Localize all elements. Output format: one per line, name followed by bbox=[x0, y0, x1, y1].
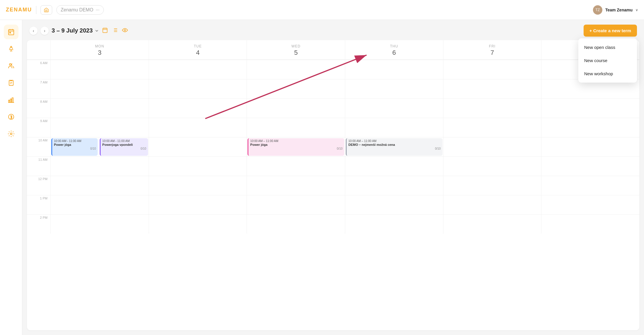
wed-slot-7am[interactable] bbox=[247, 79, 345, 98]
mon-slot-12pm[interactable] bbox=[51, 176, 149, 195]
fri-slot-9am[interactable] bbox=[443, 118, 541, 137]
day-col-fri[interactable] bbox=[443, 60, 541, 234]
sat-slot-8am[interactable] bbox=[541, 98, 639, 118]
tue-slot-6am[interactable] bbox=[149, 60, 247, 79]
list-view-icon[interactable] bbox=[112, 27, 118, 34]
sidebar-item-billing[interactable] bbox=[4, 110, 18, 124]
next-week-button[interactable]: › bbox=[40, 27, 49, 35]
sidebar-item-settings[interactable] bbox=[4, 127, 18, 141]
thu-slot-7am[interactable] bbox=[345, 79, 443, 98]
sat-slot-9am[interactable] bbox=[541, 118, 639, 137]
thu-slot-2pm[interactable] bbox=[345, 214, 443, 234]
event-title: Power jóga bbox=[250, 143, 343, 146]
thu-slot-12pm[interactable] bbox=[345, 176, 443, 195]
wed-slot-11am[interactable] bbox=[247, 156, 345, 176]
wed-slot-8am[interactable] bbox=[247, 98, 345, 118]
day-name-tue: TUE bbox=[150, 44, 246, 48]
thu-slot-8am[interactable] bbox=[345, 98, 443, 118]
tue-slot-7am[interactable] bbox=[149, 79, 247, 98]
fri-slot-10am[interactable] bbox=[443, 137, 541, 156]
mon-slot-2pm[interactable] bbox=[51, 214, 149, 234]
tue-slot-10am[interactable] bbox=[149, 137, 247, 156]
new-open-class-item[interactable]: New open class bbox=[578, 41, 637, 54]
fri-slot-7am[interactable] bbox=[443, 79, 541, 98]
home-button[interactable] bbox=[40, 5, 52, 15]
event-power-joga-mon1[interactable]: 10:00 AM - 11:00 AM Power jóga 0/10 bbox=[51, 138, 98, 156]
wellness-icon bbox=[8, 45, 15, 52]
fri-slot-8am[interactable] bbox=[443, 98, 541, 118]
tue-slot-12pm[interactable] bbox=[149, 176, 247, 195]
mon-slot-7am[interactable] bbox=[51, 79, 149, 98]
time-9am: 9 AM bbox=[27, 118, 50, 137]
date-range-button[interactable]: 3 – 9 July 2023 bbox=[52, 27, 99, 34]
fri-slot-2pm[interactable] bbox=[443, 214, 541, 234]
sat-slot-12pm[interactable] bbox=[541, 176, 639, 195]
sidebar-item-people[interactable] bbox=[4, 59, 18, 73]
svg-point-15 bbox=[10, 133, 12, 135]
sat-slot-10am[interactable] bbox=[541, 137, 639, 156]
sidebar-item-clipboard[interactable] bbox=[4, 76, 18, 90]
fri-slot-11am[interactable] bbox=[443, 156, 541, 176]
tue-slot-9am[interactable] bbox=[149, 118, 247, 137]
mon-slot-9am[interactable] bbox=[51, 118, 149, 137]
workspace-button[interactable]: Zenamu DEMO ··· bbox=[56, 5, 104, 15]
view-icons bbox=[102, 27, 128, 34]
sidebar-item-chart[interactable] bbox=[4, 93, 18, 107]
tue-slot-8am[interactable] bbox=[149, 98, 247, 118]
day-number-mon: 3 bbox=[52, 49, 148, 57]
event-time: 10:00 AM – 11:00 AM bbox=[250, 139, 343, 143]
day-col-sat[interactable] bbox=[541, 60, 639, 234]
svg-point-26 bbox=[124, 29, 126, 31]
tue-slot-2pm[interactable] bbox=[149, 214, 247, 234]
tue-slot-11am[interactable] bbox=[149, 156, 247, 176]
time-6am: 6 AM bbox=[27, 60, 50, 79]
create-term-button[interactable]: + Create a new term bbox=[584, 25, 637, 37]
wed-slot-1pm[interactable] bbox=[247, 195, 345, 214]
clipboard-icon bbox=[8, 79, 15, 86]
new-course-item[interactable]: New course bbox=[578, 54, 637, 67]
mon-slot-8am[interactable] bbox=[51, 98, 149, 118]
wed-slot-2pm[interactable] bbox=[247, 214, 345, 234]
sat-slot-1pm[interactable] bbox=[541, 195, 639, 214]
wed-slot-9am[interactable] bbox=[247, 118, 345, 137]
event-time: 10:00 AM – 11:00 AM bbox=[348, 139, 441, 143]
wed-slot-6am[interactable] bbox=[247, 60, 345, 79]
calendar-toolbar: ‹ › 3 – 9 July 2023 bbox=[22, 20, 644, 40]
fri-slot-12pm[interactable] bbox=[443, 176, 541, 195]
fri-slot-1pm[interactable] bbox=[443, 195, 541, 214]
event-power-joga-mon2[interactable]: 10:00 AM - 11:00 AM Powerjoga vpondeli 0… bbox=[100, 138, 148, 156]
day-header-tue: TUE 4 bbox=[149, 40, 247, 59]
prev-week-button[interactable]: ‹ bbox=[29, 27, 38, 35]
visibility-icon[interactable] bbox=[122, 27, 128, 34]
fri-slot-6am[interactable] bbox=[443, 60, 541, 79]
mon-slot-6am[interactable] bbox=[51, 60, 149, 79]
day-name-mon: MON bbox=[52, 44, 148, 48]
thu-slot-11am[interactable] bbox=[345, 156, 443, 176]
thu-slot-1pm[interactable] bbox=[345, 195, 443, 214]
chart-icon bbox=[8, 96, 15, 103]
mon-slot-11am[interactable] bbox=[51, 156, 149, 176]
day-col-wed[interactable]: 10:00 AM – 11:00 AM Power jóga 0/10 bbox=[247, 60, 345, 234]
sidebar-item-calendar[interactable] bbox=[4, 25, 18, 39]
new-workshop-item[interactable]: New workshop bbox=[578, 67, 637, 80]
event-demo-thu[interactable]: 10:00 AM – 11:00 AM DEMO – nejmenší možn… bbox=[346, 138, 443, 156]
sat-slot-11am[interactable] bbox=[541, 156, 639, 176]
wed-slot-12pm[interactable] bbox=[247, 176, 345, 195]
day-col-mon[interactable]: 10:00 AM - 11:00 AM Power jóga 0/10 10:0… bbox=[50, 60, 149, 234]
sidebar-item-wellness[interactable] bbox=[4, 42, 18, 56]
user-menu-chevron[interactable]: ∨ bbox=[635, 8, 638, 12]
day-col-thu[interactable]: 10:00 AM – 11:00 AM DEMO – nejmenší možn… bbox=[345, 60, 443, 234]
sat-slot-2pm[interactable] bbox=[541, 214, 639, 234]
mon-slot-1pm[interactable] bbox=[51, 195, 149, 214]
thu-slot-6am[interactable] bbox=[345, 60, 443, 79]
tue-slot-1pm[interactable] bbox=[149, 195, 247, 214]
day-col-tue[interactable] bbox=[149, 60, 247, 234]
create-term-dropdown: + Create a new term New open class New c… bbox=[584, 25, 637, 37]
calendar-icon bbox=[8, 28, 15, 35]
thu-slot-9am[interactable] bbox=[345, 118, 443, 137]
event-capacity: 0/10 bbox=[250, 147, 343, 150]
calendar-view-icon[interactable] bbox=[102, 27, 108, 34]
event-power-joga-wed[interactable]: 10:00 AM – 11:00 AM Power jóga 0/10 bbox=[248, 138, 344, 156]
time-10am: 10 AM bbox=[27, 137, 50, 156]
workspace-label: Zenamu DEMO bbox=[61, 7, 93, 13]
